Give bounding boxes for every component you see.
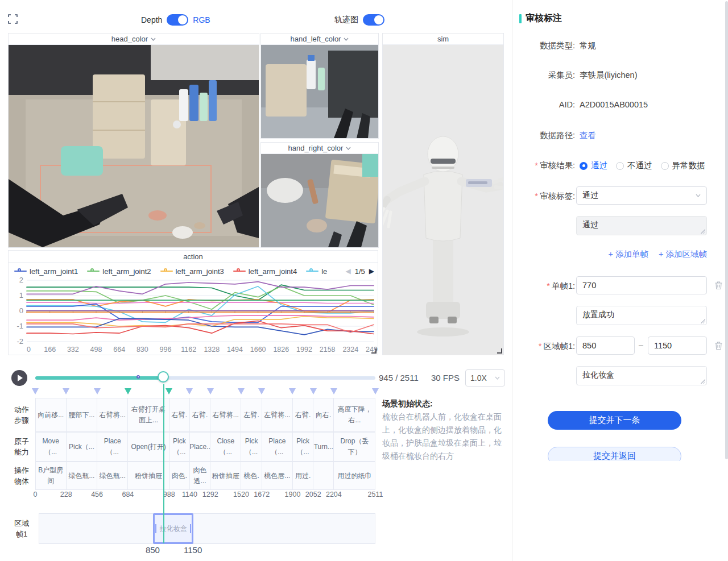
step-cell[interactable]: 左臂将... <box>262 398 293 432</box>
step-cell[interactable]: 绿色瓶... <box>66 462 97 490</box>
region-right-grip[interactable] <box>190 524 191 533</box>
step-cell[interactable]: 粉饼抽屉 <box>210 462 241 490</box>
segment-marker-icon[interactable] <box>207 388 214 394</box>
step-cell[interactable]: Pick（... <box>292 432 313 462</box>
review-result-radio-option[interactable]: 不通过 <box>616 160 652 171</box>
step-cell[interactable]: 桃色唇... <box>262 462 293 490</box>
row-label-objects: 操作物体 <box>8 462 35 490</box>
region-frame-block[interactable]: 拉化妆盒 <box>153 513 193 544</box>
segment-marker-icon[interactable] <box>289 388 296 394</box>
segment-marker-icon[interactable] <box>258 388 265 394</box>
region-frame-track[interactable]: 拉化妆盒 <box>39 513 375 544</box>
segment-marker-icon[interactable] <box>32 388 39 394</box>
speed-select[interactable]: 1.0X <box>465 369 505 387</box>
scale-tick-label: 1520 <box>233 491 249 498</box>
step-cell[interactable]: 右臂. <box>189 398 210 432</box>
step-cell[interactable]: Move（... <box>35 432 67 462</box>
single-frame-input[interactable]: 770 <box>576 276 707 294</box>
sim-viewport[interactable] <box>383 45 503 355</box>
textarea-resize-grip[interactable] <box>701 319 705 323</box>
data-path-view-link[interactable]: 查看 <box>580 130 596 141</box>
hand-right-camera-header[interactable]: hand_right_color <box>261 143 378 154</box>
step-cell[interactable]: Close（... <box>210 432 241 462</box>
region-note-textarea[interactable]: 拉化妆盒 <box>576 366 707 385</box>
step-cell[interactable]: Place.. <box>189 432 210 462</box>
step-cell[interactable]: Place（... <box>262 432 293 462</box>
resize-handle-icon[interactable] <box>371 348 377 354</box>
sim-header[interactable]: sim <box>383 34 503 45</box>
step-cell[interactable]: 用过的纸巾 <box>333 462 375 490</box>
region-start-input[interactable]: 850 <box>576 336 635 355</box>
step-cell[interactable]: 肉色. <box>169 462 190 490</box>
textarea-resize-grip[interactable] <box>701 379 705 384</box>
submit-next-button[interactable]: 提交并下一条 <box>548 411 681 430</box>
segment-marker-icon[interactable] <box>125 388 131 394</box>
step-cell[interactable]: 右臂将... <box>210 398 241 432</box>
step-cell[interactable]: Pick（... <box>169 432 190 462</box>
step-cell[interactable]: Drop（丢下） <box>333 432 375 462</box>
step-cell[interactable]: 腰部下... <box>66 398 97 432</box>
resize-handle-icon[interactable] <box>497 348 502 354</box>
step-cell[interactable]: 用过. <box>292 462 313 490</box>
hand-left-camera-header[interactable]: hand_left_color <box>261 34 378 45</box>
legend-item[interactable]: left_arm_joint4 <box>233 267 297 276</box>
review-result-radio-group: 通过不通过异常数据 <box>580 160 705 171</box>
scale-tick-label: 2052 <box>305 491 321 498</box>
legend-item[interactable]: left_arm_joint2 <box>87 267 151 276</box>
trajectory-toggle[interactable] <box>363 14 384 26</box>
segment-marker-icon[interactable] <box>372 388 379 394</box>
step-cell[interactable]: 绿色瓶... <box>97 462 128 490</box>
review-tag-select[interactable]: 通过 <box>576 186 707 205</box>
step-cell[interactable]: 高度下降，右... <box>333 398 375 432</box>
segment-marker-icon[interactable] <box>310 388 317 394</box>
step-cell[interactable]: 右臂. <box>292 398 313 432</box>
step-cell[interactable]: 左臂. <box>241 398 262 432</box>
step-cell[interactable]: 向前移... <box>35 398 67 432</box>
step-cell[interactable]: Place（... <box>97 432 128 462</box>
step-cell[interactable]: 右臂. <box>169 398 190 432</box>
step-cell[interactable]: 右臂将... <box>97 398 128 432</box>
step-cell[interactable]: Pick（... <box>241 432 262 462</box>
region-left-grip[interactable] <box>155 524 156 533</box>
step-cell[interactable]: Pick（... <box>66 432 97 462</box>
segment-marker-icon[interactable] <box>186 388 193 394</box>
svg-text:2324: 2324 <box>342 346 358 354</box>
textarea-resize-grip[interactable] <box>701 229 705 234</box>
segment-marker-icon[interactable] <box>330 388 337 394</box>
review-result-radio-option[interactable]: 异常数据 <box>661 160 705 171</box>
legend-item[interactable]: left_arm_joint3 <box>160 267 224 276</box>
step-cell[interactable]: 向右. <box>313 398 334 432</box>
fullscreen-icon[interactable] <box>8 14 18 24</box>
segment-marker-icon[interactable] <box>166 388 172 394</box>
legend-next-icon[interactable]: ▶ <box>369 267 374 275</box>
slider-handle[interactable] <box>158 371 169 383</box>
depth-rgb-toggle[interactable] <box>167 14 188 26</box>
review-result-radio-selected[interactable]: 通过 <box>580 160 607 171</box>
submit-back-button[interactable]: 提交并返回 <box>548 447 681 461</box>
segment-marker-icon[interactable] <box>63 388 69 394</box>
legend-item[interactable]: le <box>306 267 327 276</box>
legend-marker-icon <box>14 268 27 274</box>
head-camera-header[interactable]: head_color <box>9 34 259 45</box>
legend-marker-icon <box>306 268 318 274</box>
single-frame-note-textarea[interactable]: 放置成功 <box>576 306 707 325</box>
step-cell[interactable]: 肉色透... <box>189 462 210 490</box>
timeline-slider[interactable] <box>35 376 375 380</box>
legend-item[interactable]: left_arm_joint1 <box>14 267 78 276</box>
step-cell[interactable] <box>313 462 334 490</box>
review-tag-note-textarea[interactable]: 通过 <box>576 216 707 235</box>
segment-marker-icon[interactable] <box>238 388 245 394</box>
step-cell[interactable]: 桃色. <box>241 462 262 490</box>
play-button[interactable] <box>11 370 27 386</box>
step-cell[interactable]: B户型房间 <box>35 462 67 490</box>
legend-prev-icon[interactable]: ◀ <box>345 267 350 275</box>
region-end-input[interactable]: 1150 <box>648 336 707 355</box>
delete-single-frame-icon[interactable] <box>714 281 723 290</box>
panel-scrollbar[interactable] <box>725 1 728 459</box>
delete-region-frame-icon[interactable] <box>714 341 723 350</box>
hand-left-camera-image <box>261 45 378 138</box>
step-cell[interactable]: Turn... <box>313 432 334 462</box>
segment-marker-icon[interactable] <box>94 388 101 394</box>
add-single-frame-link[interactable]: + 添加单帧 <box>609 249 649 260</box>
add-region-frame-link[interactable]: + 添加区域帧 <box>659 249 707 260</box>
